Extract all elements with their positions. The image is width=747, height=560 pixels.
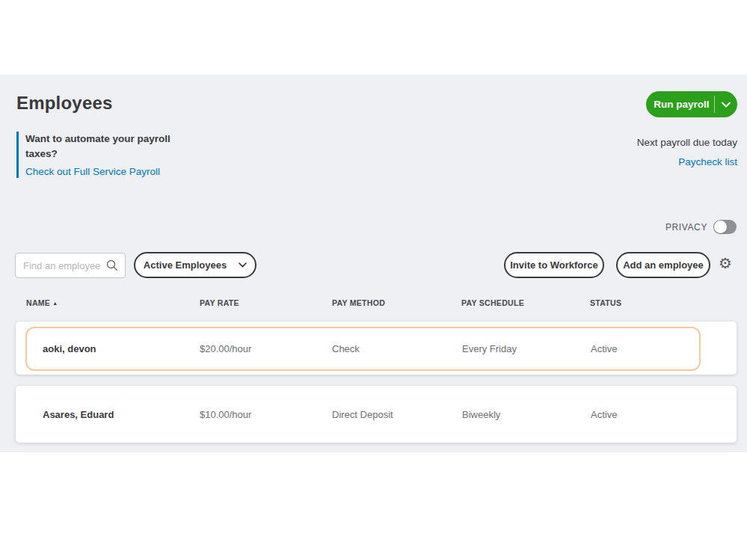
page-title: Employees <box>16 93 113 114</box>
table-row[interactable]: aoki, devon $20.00/hour Check Every Frid… <box>16 321 737 375</box>
invite-to-workforce-button[interactable]: Invite to Workforce <box>504 252 604 278</box>
run-payroll-label: Run payroll <box>646 99 714 110</box>
employee-status: Active <box>591 342 617 354</box>
employee-pay-schedule: Every Friday <box>462 342 517 354</box>
chevron-down-icon <box>239 262 247 268</box>
privacy-control: PRIVACY <box>665 220 737 234</box>
toggle-knob <box>714 221 727 233</box>
sort-asc-icon: ▲ <box>52 301 58 306</box>
search-icon[interactable] <box>106 259 118 271</box>
chevron-down-icon[interactable] <box>715 102 737 108</box>
employee-name[interactable]: Asares, Eduard <box>43 409 114 420</box>
column-header-pay-schedule[interactable]: PAY SCHEDULE <box>461 298 524 307</box>
table-row[interactable]: Asares, Eduard $10.00/hour Direct Deposi… <box>16 386 737 443</box>
privacy-toggle[interactable] <box>713 220 737 234</box>
gear-icon[interactable]: ⚙ <box>719 256 732 271</box>
payroll-automation-callout: Want to automate your payroll taxes? Che… <box>16 132 190 178</box>
paycheck-list-link[interactable]: Paycheck list <box>678 156 737 167</box>
callout-text: Want to automate your payroll taxes? <box>25 132 179 161</box>
table-header-row: NAME▲ PAY RATE PAY METHOD PAY SCHEDULE S… <box>16 298 737 310</box>
column-header-pay-method[interactable]: PAY METHOD <box>332 298 385 307</box>
privacy-label: PRIVACY <box>665 222 707 233</box>
employee-search <box>15 253 126 278</box>
next-payroll-due-text: Next payroll due today <box>637 137 737 148</box>
employee-pay-schedule: Biweekly <box>462 409 500 420</box>
employee-pay-method: Direct Deposit <box>332 409 393 420</box>
column-header-status[interactable]: STATUS <box>590 298 621 307</box>
full-service-payroll-link[interactable]: Check out Full Service Payroll <box>25 166 160 177</box>
employee-status: Active <box>591 409 617 420</box>
employee-filter-label: Active Employees <box>144 259 227 271</box>
search-input[interactable] <box>16 253 104 277</box>
employee-pay-method: Check <box>332 342 360 354</box>
employee-name[interactable]: aoki, devon <box>43 342 96 354</box>
employee-pay-rate: $20.00/hour <box>200 342 251 354</box>
employee-filter-dropdown[interactable]: Active Employees <box>134 252 256 278</box>
employee-pay-rate: $10.00/hour <box>200 409 251 420</box>
add-an-employee-button[interactable]: Add an employee <box>616 252 710 278</box>
column-header-pay-rate[interactable]: PAY RATE <box>200 298 239 307</box>
payroll-employees-page: Employees Want to automate your payroll … <box>0 0 747 560</box>
run-payroll-button[interactable]: Run payroll <box>646 91 737 117</box>
column-header-name[interactable]: NAME▲ <box>26 298 58 307</box>
